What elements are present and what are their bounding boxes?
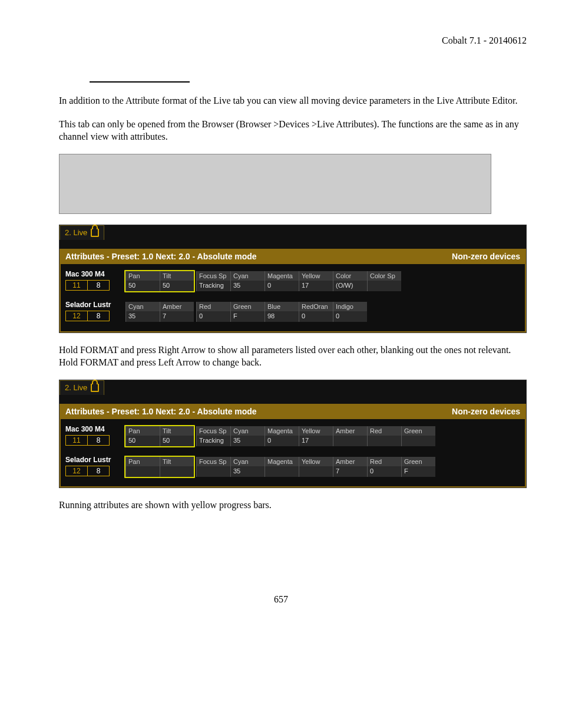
attr-name: Cyan — [230, 271, 265, 281]
attr-value: Tracking — [196, 436, 230, 446]
device-label-col: Selador Lustr128 — [65, 301, 124, 321]
attr-value: 0 — [196, 311, 230, 322]
tab-live[interactable]: 2. Live — [59, 380, 104, 395]
attr-cell[interactable]: Amber7 — [333, 457, 367, 477]
channel-box[interactable]: 118 — [65, 435, 124, 446]
page-number: 657 — [35, 594, 527, 605]
page-header: Cobalt 7.1 - 20140612 — [35, 35, 527, 46]
attr-name: Yellow — [299, 457, 333, 466]
attr-name: Magenta — [265, 457, 299, 466]
attr-cell[interactable]: Yellow17 — [299, 271, 333, 291]
attr-cell[interactable]: Cyan35 — [125, 302, 160, 322]
channel-box[interactable]: 128 — [65, 466, 124, 476]
attr-cell[interactable]: Magenta0 — [265, 271, 299, 291]
header-filter[interactable]: Non-zero devices — [452, 252, 520, 261]
attr-cell[interactable]: Green — [401, 426, 435, 446]
attr-value: 35 — [230, 281, 265, 291]
attr-value: 7 — [333, 466, 367, 477]
attr-cell[interactable]: Cyan35 — [230, 271, 265, 291]
attr-cell[interactable]: Focus Sp — [196, 457, 230, 477]
device-area: Mac 300 M4118Pan50Tilt50Focus SpTracking… — [59, 419, 526, 487]
attr-name: Magenta — [265, 426, 299, 436]
attr-cell[interactable]: Pan50 — [125, 271, 160, 291]
attr-value: 17 — [299, 436, 333, 446]
attr-value — [125, 466, 160, 477]
attr-cell[interactable]: Amber7 — [160, 302, 194, 322]
attr-name: Color — [333, 271, 367, 281]
attr-value: 98 — [265, 311, 299, 322]
header-title: Attributes - Preset: 1.0 Next: 2.0 - Abs… — [65, 407, 257, 416]
divider — [90, 81, 190, 83]
attr-cell[interactable]: Indigo0 — [333, 302, 367, 322]
attr-cell[interactable]: Red0 — [367, 457, 401, 477]
device-area: Mac 300 M4118Pan50Tilt50Focus SpTracking… — [59, 264, 526, 332]
attr-cell[interactable]: Cyan35 — [230, 457, 265, 477]
attr-cell[interactable]: Tilt50 — [160, 271, 194, 291]
attr-name: Focus Sp — [196, 457, 230, 466]
lock-icon — [91, 384, 99, 392]
attr-name: Green — [230, 302, 265, 311]
attr-cell[interactable]: Amber — [333, 426, 367, 446]
attr-cell[interactable]: Color Sp — [367, 271, 401, 291]
attr-name: Cyan — [230, 426, 265, 436]
attr-value: 17 — [299, 281, 333, 291]
attr-name: Magenta — [265, 271, 299, 281]
attr-cell[interactable]: Yellow17 — [299, 426, 333, 446]
attr-name: Yellow — [299, 426, 333, 436]
attr-value — [333, 436, 367, 446]
attr-cell[interactable]: Pan — [125, 457, 160, 477]
attr-cell[interactable]: Focus SpTracking — [196, 271, 230, 291]
attr-cell[interactable]: GreenF — [230, 302, 265, 322]
attr-cell[interactable]: Magenta — [265, 457, 299, 477]
attr-name: Focus Sp — [196, 426, 230, 436]
device-row: Mac 300 M4118Pan50Tilt50Focus SpTracking… — [65, 270, 520, 292]
attr-value: 0 — [367, 466, 401, 477]
channel-intensity: 8 — [88, 311, 110, 321]
header-title: Attributes - Preset: 1.0 Next: 2.0 - Abs… — [65, 252, 257, 261]
attr-cell[interactable]: GreenF — [401, 457, 435, 477]
attr-name: Blue — [265, 302, 299, 311]
attr-name: Red — [367, 426, 401, 436]
attr-group-selected[interactable]: PanTilt — [124, 456, 195, 478]
header-filter[interactable]: Non-zero devices — [452, 407, 520, 416]
attr-name: Green — [401, 426, 435, 436]
attr-cell[interactable]: Red0 — [196, 302, 230, 322]
channel-number: 11 — [65, 280, 88, 291]
attr-group-selected[interactable]: Pan50Tilt50 — [124, 425, 195, 447]
attr-value — [160, 466, 194, 477]
attr-cell[interactable]: Focus SpTracking — [196, 426, 230, 446]
tab-live[interactable]: 2. Live — [59, 225, 104, 240]
attr-cell[interactable]: Tilt — [160, 457, 194, 477]
device-row: Selador Lustr128Cyan35Amber7Red0GreenFBl… — [65, 301, 520, 323]
channel-box[interactable]: 118 — [65, 280, 124, 291]
tab-label: 2. Live — [65, 228, 87, 237]
attr-cell[interactable]: Pan50 — [125, 426, 160, 446]
attr-value — [196, 466, 230, 477]
attr-value — [299, 466, 333, 477]
device-name: Selador Lustr — [65, 456, 124, 464]
spacer — [59, 239, 526, 249]
attr-cell[interactable]: Tilt50 — [160, 426, 194, 446]
live-attributes-panel: 2. Live Attributes - Preset: 1.0 Next: 2… — [59, 380, 527, 488]
panel-header: Attributes - Preset: 1.0 Next: 2.0 - Abs… — [59, 249, 526, 264]
channel-intensity: 8 — [88, 280, 110, 291]
attr-cell[interactable]: Red — [367, 426, 401, 446]
attr-value: 35 — [125, 311, 160, 322]
attr-group: Focus SpTrackingCyan35Magenta0Yellow17Am… — [195, 425, 437, 447]
attr-value: 7 — [160, 311, 194, 322]
attr-cell[interactable]: Magenta0 — [265, 426, 299, 446]
placeholder-box — [59, 154, 491, 214]
attr-value: (O/W) — [333, 281, 367, 291]
attr-value: 50 — [160, 281, 194, 291]
attr-name: Tilt — [160, 426, 194, 436]
attr-group: Red0GreenFBlue98RedOran0Indigo0 — [195, 301, 368, 323]
attr-cell[interactable]: RedOran0 — [299, 302, 333, 322]
attr-cell[interactable]: Color(O/W) — [333, 271, 367, 291]
channel-box[interactable]: 128 — [65, 311, 124, 321]
attr-cell[interactable]: Blue98 — [265, 302, 299, 322]
attr-group-selected[interactable]: Cyan35Amber7 — [124, 301, 195, 323]
attr-cell[interactable]: Yellow — [299, 457, 333, 477]
attr-group-selected[interactable]: Pan50Tilt50 — [124, 270, 195, 292]
attr-value — [401, 436, 435, 446]
attr-cell[interactable]: Cyan35 — [230, 426, 265, 446]
